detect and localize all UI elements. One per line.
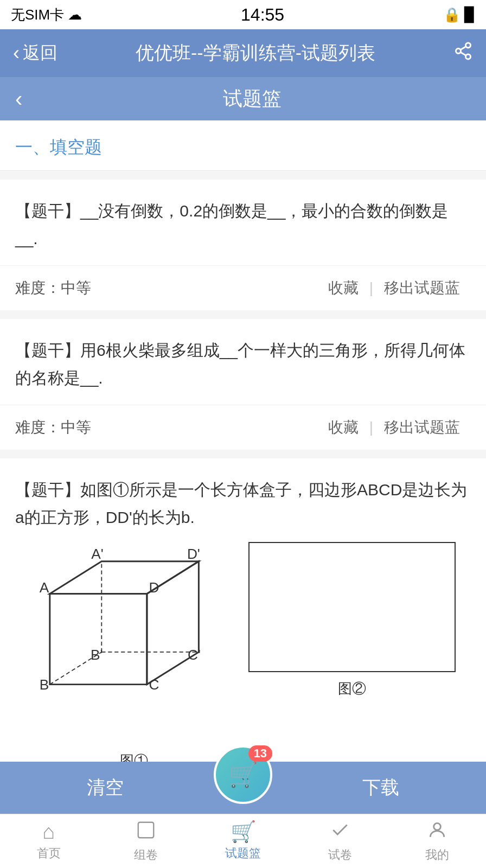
collect-button-2[interactable]: 收藏 bbox=[317, 417, 369, 438]
question-1-actions: 收藏 | 移出试题蓝 bbox=[317, 278, 471, 298]
svg-text:B: B bbox=[40, 676, 49, 693]
back-button[interactable]: ‹ 返回 bbox=[13, 41, 57, 65]
figures-row: A B C D A' D' B' C' 图① 图② bbox=[15, 531, 471, 778]
tab-bar: ⌂ 首页 组卷 🛒 试题篮 试卷 bbox=[0, 814, 486, 868]
question-1-footer: 难度：中等 收藏 | 移出试题蓝 bbox=[0, 266, 486, 310]
download-button[interactable]: 下载 bbox=[276, 762, 486, 814]
svg-text:D: D bbox=[149, 579, 159, 596]
tab-basket-label: 试题篮 bbox=[225, 845, 261, 861]
cart-badge: 13 bbox=[248, 745, 272, 762]
action-bar: 清空 🛒 13 下载 bbox=[0, 762, 486, 814]
cart-icon: 🛒 bbox=[228, 761, 258, 789]
svg-point-1 bbox=[456, 48, 461, 53]
svg-point-20 bbox=[434, 823, 441, 830]
question-2-stem: 【题干】用6根火柴最多组成__个一样大的三角形，所得几何体的名称是__. bbox=[15, 341, 465, 387]
svg-text:C': C' bbox=[188, 647, 201, 663]
tab-home[interactable]: ⌂ 首页 bbox=[0, 814, 97, 868]
nav-title: 优优班--学霸训练营-试题列表 bbox=[57, 41, 453, 66]
question-1-stem: 【题干】__没有倒数，0.2的倒数是__，最小的合数的倒数是__. bbox=[15, 202, 448, 247]
status-time: 14:55 bbox=[241, 5, 284, 25]
back-label: 返回 bbox=[23, 41, 57, 65]
collect-button-1[interactable]: 收藏 bbox=[317, 278, 369, 298]
svg-text:D': D' bbox=[187, 546, 200, 562]
battery-icon: 🔒 ▉ bbox=[443, 7, 475, 23]
svg-text:A': A' bbox=[91, 546, 104, 562]
tab-mine-label: 我的 bbox=[425, 847, 449, 863]
tab-basket[interactable]: 🛒 试题篮 bbox=[194, 814, 291, 868]
status-bar: 无SIM卡 ☁ 14:55 🔒 ▉ bbox=[0, 0, 486, 29]
svg-text:B': B' bbox=[91, 647, 103, 663]
svg-line-3 bbox=[461, 52, 466, 55]
status-left: 无SIM卡 ☁ bbox=[11, 5, 82, 24]
content-area: 一、填空题 【题干】__没有倒数，0.2的倒数是__，最小的合数的倒数是__. … bbox=[0, 120, 486, 831]
status-right: 🔒 ▉ bbox=[443, 7, 475, 23]
basket-icon: 🛒 bbox=[231, 821, 256, 842]
figure-1-box: A B C D A' D' B' C' 图① bbox=[30, 542, 238, 773]
mine-icon bbox=[427, 820, 447, 844]
sub-header-title: 试题篮 bbox=[33, 86, 471, 112]
figure-2-label: 图② bbox=[248, 676, 456, 700]
tab-mine[interactable]: 我的 bbox=[389, 814, 486, 868]
svg-marker-6 bbox=[50, 561, 199, 594]
svg-marker-5 bbox=[50, 594, 147, 685]
cart-center: 🛒 13 bbox=[210, 745, 276, 814]
tab-exam-label: 试卷 bbox=[328, 847, 352, 863]
bottom-bar: 清空 🛒 13 下载 ⌂ 首页 组卷 🛒 试题篮 bbox=[0, 762, 486, 868]
home-icon: ⌂ bbox=[42, 821, 55, 842]
question-2-actions: 收藏 | 移出试题蓝 bbox=[317, 417, 471, 438]
svg-point-0 bbox=[466, 43, 471, 48]
svg-text:A: A bbox=[40, 579, 49, 596]
section-title: 一、填空题 bbox=[15, 136, 471, 159]
cart-bubble[interactable]: 🛒 13 bbox=[214, 745, 272, 804]
nav-bar: ‹ 返回 优优班--学霸训练营-试题列表 bbox=[0, 29, 486, 77]
remove-button-1[interactable]: 移出试题蓝 bbox=[373, 278, 471, 298]
exam-icon bbox=[330, 820, 350, 844]
clear-button[interactable]: 清空 bbox=[0, 762, 210, 814]
question-1-body: 【题干】__没有倒数，0.2的倒数是__，最小的合数的倒数是__. bbox=[0, 180, 486, 266]
tab-exam[interactable]: 试卷 bbox=[292, 814, 389, 868]
question-2-footer: 难度：中等 收藏 | 移出试题蓝 bbox=[0, 405, 486, 450]
figure-2-box: 图② bbox=[248, 542, 456, 700]
svg-line-4 bbox=[461, 46, 466, 49]
figure-2-empty bbox=[248, 542, 456, 672]
remove-button-2[interactable]: 移出试题蓝 bbox=[373, 417, 471, 438]
section-header: 一、填空题 bbox=[0, 120, 486, 171]
question-1-difficulty: 难度：中等 bbox=[15, 278, 91, 298]
tab-compose[interactable]: 组卷 bbox=[97, 814, 194, 868]
svg-rect-19 bbox=[138, 822, 154, 838]
tab-home-label: 首页 bbox=[37, 845, 61, 861]
question-card-1: 【题干】__没有倒数，0.2的倒数是__，最小的合数的倒数是__. 难度：中等 … bbox=[0, 180, 486, 310]
compose-icon bbox=[136, 820, 156, 844]
question-3-stem: 【题干】如图①所示是一个长方体盒子，四边形ABCD是边长为a的正方形，DD'的长… bbox=[15, 481, 467, 526]
question-3-body: 【题干】如图①所示是一个长方体盒子，四边形ABCD是边长为a的正方形，DD'的长… bbox=[0, 458, 486, 792]
sub-header: ‹ 试题篮 bbox=[0, 77, 486, 120]
svg-point-2 bbox=[466, 54, 471, 59]
svg-text:C: C bbox=[149, 676, 159, 693]
sim-status: 无SIM卡 ☁ bbox=[11, 5, 82, 24]
sub-back-button[interactable]: ‹ bbox=[15, 87, 22, 111]
cube-diagram: A B C D A' D' B' C' bbox=[30, 542, 238, 736]
question-card-2: 【题干】用6根火柴最多组成__个一样大的三角形，所得几何体的名称是__. 难度：… bbox=[0, 319, 486, 450]
tab-compose-label: 组卷 bbox=[134, 847, 158, 863]
chevron-left-icon: ‹ bbox=[13, 42, 20, 65]
share-button[interactable] bbox=[453, 41, 473, 66]
question-2-difficulty: 难度：中等 bbox=[15, 417, 91, 438]
question-2-body: 【题干】用6根火柴最多组成__个一样大的三角形，所得几何体的名称是__. bbox=[0, 319, 486, 405]
